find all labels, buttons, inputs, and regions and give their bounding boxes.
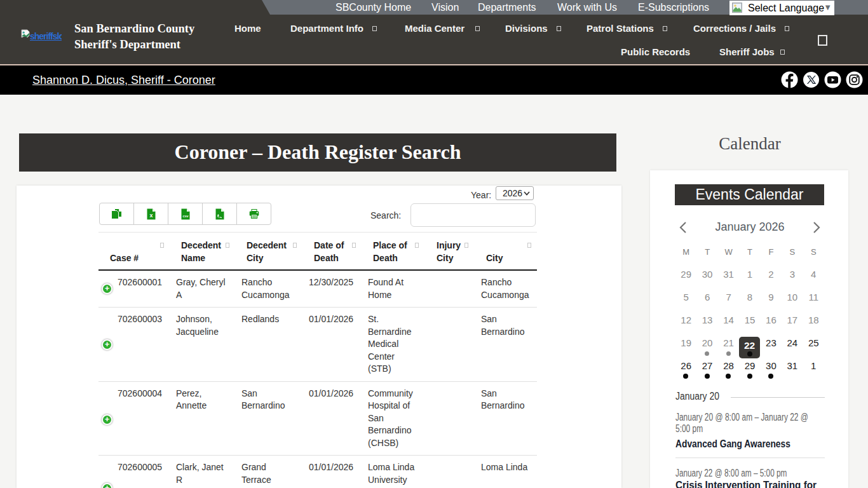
svg-text:csv: csv	[182, 214, 189, 217]
svg-text:x: x	[149, 212, 153, 219]
